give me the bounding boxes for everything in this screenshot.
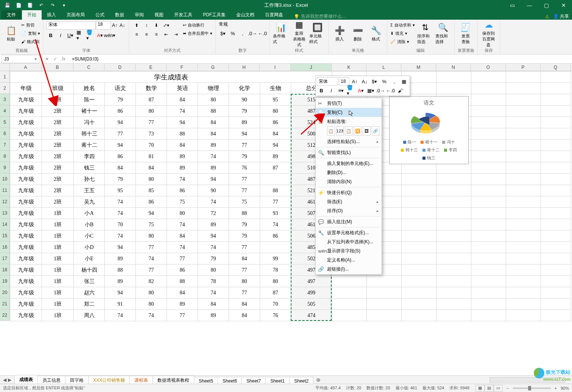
mini-font-name[interactable]: 宋体: [317, 77, 338, 86]
col-header-K[interactable]: K: [332, 64, 366, 71]
data-cell[interactable]: 84: [229, 253, 260, 264]
data-cell[interactable]: 89: [198, 162, 229, 174]
data-cell[interactable]: 70: [136, 140, 167, 151]
cell[interactable]: [506, 253, 541, 264]
mini-font-color-icon[interactable]: A▾: [356, 86, 365, 95]
ctx-copy[interactable]: 📄复制(C): [316, 108, 382, 117]
row-header-18[interactable]: 18: [0, 264, 9, 275]
column-header-cell[interactable]: 英语: [167, 83, 198, 94]
cell[interactable]: [541, 117, 571, 128]
cell[interactable]: [506, 196, 541, 208]
cell[interactable]: [541, 140, 571, 151]
enter-formula-icon[interactable]: ✓: [51, 56, 59, 62]
data-cell[interactable]: 1班: [42, 264, 74, 276]
data-cell[interactable]: 2班: [42, 185, 74, 196]
cell[interactable]: [506, 264, 541, 276]
data-cell[interactable]: 79: [229, 151, 260, 162]
row-header-21[interactable]: 21: [0, 298, 9, 310]
data-cell[interactable]: 74: [198, 196, 229, 208]
data-cell[interactable]: 九年级: [10, 196, 42, 208]
underline-icon[interactable]: U ▾: [66, 31, 75, 39]
data-cell[interactable]: 88: [167, 128, 198, 140]
column-header-cell[interactable]: 数学: [136, 83, 167, 94]
mini-bold-icon[interactable]: B: [317, 86, 326, 95]
data-cell[interactable]: 86: [136, 196, 167, 208]
data-cell[interactable]: 84: [167, 287, 198, 299]
tab-insert[interactable]: 插入: [42, 10, 61, 20]
tab-dev[interactable]: 开发工具: [169, 10, 198, 20]
increase-font-icon[interactable]: A↑: [111, 21, 118, 30]
column-header-cell[interactable]: 物理: [198, 83, 229, 94]
data-cell[interactable]: 九年级: [10, 242, 42, 253]
data-cell[interactable]: 九年级: [10, 140, 42, 151]
decrease-font-icon[interactable]: A↓: [118, 21, 126, 30]
cell[interactable]: [436, 253, 471, 264]
cell[interactable]: [367, 299, 402, 310]
col-header-J[interactable]: J: [291, 64, 332, 71]
data-cell[interactable]: 84: [136, 162, 167, 174]
data-cell[interactable]: 80: [198, 264, 229, 276]
sort-filter-button[interactable]: ⇅排序和筛选: [417, 21, 433, 46]
cell[interactable]: [506, 140, 541, 151]
data-cell[interactable]: 82: [136, 276, 167, 287]
data-cell[interactable]: 李四: [74, 151, 105, 162]
data-cell[interactable]: 74: [198, 287, 229, 299]
ctx-filter[interactable]: 筛选(E)▸: [316, 197, 382, 206]
data-cell[interactable]: 九年级: [10, 219, 42, 230]
data-cell[interactable]: 2班: [42, 151, 74, 162]
data-cell[interactable]: 韩十三: [74, 128, 105, 140]
cell[interactable]: [506, 185, 541, 196]
data-cell[interactable]: 74: [167, 242, 198, 253]
data-cell[interactable]: 84: [167, 94, 198, 106]
cell[interactable]: [471, 162, 506, 174]
data-cell[interactable]: 九年级: [10, 185, 42, 196]
cell[interactable]: [541, 94, 571, 106]
data-cell[interactable]: 75: [229, 196, 260, 208]
view-normal-icon[interactable]: ▦: [475, 385, 485, 392]
data-cell[interactable]: 88: [260, 185, 291, 196]
data-cell[interactable]: 77: [229, 242, 260, 253]
cell[interactable]: [506, 83, 541, 94]
col-header-G[interactable]: G: [198, 64, 229, 71]
data-cell[interactable]: 77: [167, 253, 198, 264]
name-box[interactable]: J3▾: [2, 55, 39, 63]
cell-styles-button[interactable]: 🔲单元格样式: [309, 21, 325, 46]
sheet-nav-prev-icon[interactable]: ◀: [3, 377, 6, 383]
data-cell[interactable]: 74: [198, 151, 229, 162]
select-all-corner[interactable]: [0, 64, 10, 71]
align-middle-icon[interactable]: ↕: [142, 21, 151, 30]
data-cell[interactable]: 小E: [74, 253, 105, 264]
cell[interactable]: [541, 128, 571, 140]
data-cell[interactable]: 郑二: [74, 299, 105, 310]
ctx-paste-special[interactable]: 选择性粘贴(S)...▸: [316, 137, 382, 146]
data-cell[interactable]: 蒋十二: [74, 140, 105, 151]
cell[interactable]: [506, 230, 541, 242]
data-cell[interactable]: 九年级: [10, 287, 42, 299]
cell[interactable]: [402, 174, 436, 185]
align-right-icon[interactable]: ≡: [152, 30, 161, 39]
tab-home[interactable]: 开始: [22, 10, 42, 20]
data-cell[interactable]: 九年级: [10, 106, 42, 117]
comma-icon[interactable]: ,: [238, 29, 247, 37]
cell[interactable]: [402, 264, 436, 276]
data-cell[interactable]: 87: [260, 287, 291, 299]
fill-color-icon[interactable]: 🪣▾: [86, 31, 94, 39]
data-cell[interactable]: 89: [167, 151, 198, 162]
cell[interactable]: [541, 174, 571, 185]
cell[interactable]: [541, 219, 571, 230]
data-cell[interactable]: 70: [260, 299, 291, 310]
data-cell[interactable]: 78: [198, 276, 229, 287]
data-cell[interactable]: 1班: [42, 242, 74, 253]
data-cell[interactable]: 72: [198, 208, 229, 219]
data-cell[interactable]: 1班: [42, 253, 74, 264]
paste-opt-6[interactable]: 🔗: [372, 126, 380, 135]
decrease-decimal-icon[interactable]: ←.0: [258, 29, 267, 37]
insert-cells-button[interactable]: ➕插入: [332, 21, 348, 46]
data-cell[interactable]: 90: [198, 185, 229, 196]
data-cell[interactable]: 74: [198, 242, 229, 253]
cell[interactable]: [506, 128, 541, 140]
add-sheet-button[interactable]: ⊕: [313, 377, 324, 383]
data-cell[interactable]: 77: [229, 140, 260, 151]
format-painter-button[interactable]: 🖌 格式刷: [21, 38, 40, 45]
data-cell[interactable]: 94: [105, 140, 136, 151]
